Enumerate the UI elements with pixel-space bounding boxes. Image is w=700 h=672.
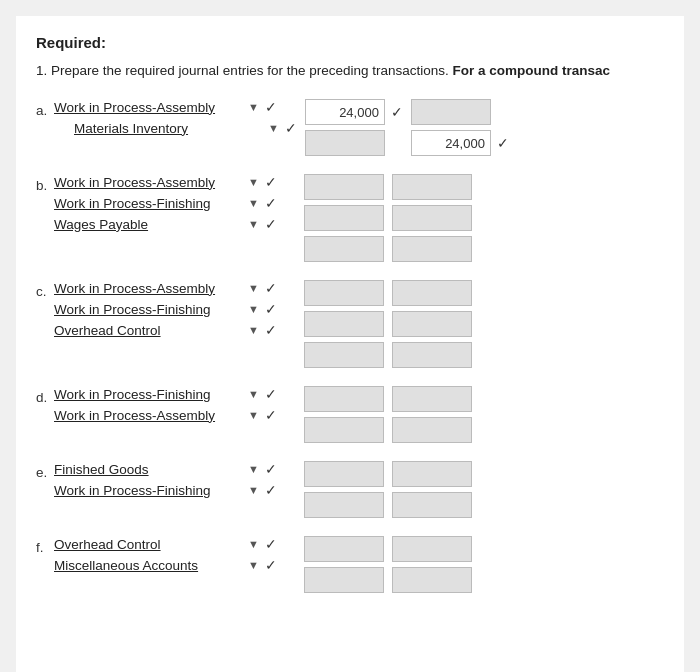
entry-b-debit-1[interactable] — [304, 174, 384, 200]
entry-b-columns — [304, 174, 472, 262]
entry-c-credit-2[interactable] — [392, 311, 472, 337]
entry-c-debit-1[interactable] — [304, 280, 384, 306]
entry-c-dropdown-3[interactable]: ▼ — [248, 324, 259, 336]
entry-f-accounts: Overhead Control ▼ ✓ Miscellaneous Accou… — [54, 536, 296, 573]
entry-a-debit-1[interactable] — [305, 99, 385, 125]
entry-b-account-1[interactable]: Work in Process-Assembly — [54, 175, 244, 190]
entry-e-dropdown-2[interactable]: ▼ — [248, 484, 259, 496]
entry-c-account-2[interactable]: Work in Process-Finishing — [54, 302, 244, 317]
entry-a-dropdown-2[interactable]: ▼ — [268, 122, 279, 134]
entry-e-dropdown-1[interactable]: ▼ — [248, 463, 259, 475]
entry-a-account-2[interactable]: Materials Inventory — [74, 121, 264, 136]
entry-a-left: a. Work in Process-Assembly ▼ ✓ Material… — [36, 99, 297, 136]
entry-a-credit-2[interactable] — [411, 130, 491, 156]
entry-e-debit-2[interactable] — [304, 492, 384, 518]
entry-b-account-2[interactable]: Work in Process-Finishing — [54, 196, 244, 211]
entry-c-credit-col — [392, 280, 472, 368]
entry-c-select-1[interactable]: Work in Process-Assembly ▼ — [54, 281, 259, 296]
entry-d-debit-1[interactable] — [304, 386, 384, 412]
entry-c-debit-3[interactable] — [304, 342, 384, 368]
entry-b-select-3[interactable]: Wages Payable ▼ — [54, 217, 259, 232]
entry-b-left: b. Work in Process-Assembly ▼ ✓ Work in … — [36, 174, 296, 232]
entry-e-select-1[interactable]: Finished Goods ▼ — [54, 462, 259, 477]
entry-b-credit-3[interactable] — [392, 236, 472, 262]
entry-b-credit-1[interactable] — [392, 174, 472, 200]
entry-b-debit-3[interactable] — [304, 236, 384, 262]
entry-d-debit-2[interactable] — [304, 417, 384, 443]
entry-c-check-2: ✓ — [265, 301, 277, 317]
entry-d-account-2[interactable]: Work in Process-Assembly — [54, 408, 244, 423]
entry-b-line-1: Work in Process-Assembly ▼ ✓ — [54, 174, 296, 190]
entry-a-credit-check: ✓ — [497, 135, 509, 151]
entry-d-select-2[interactable]: Work in Process-Assembly ▼ — [54, 408, 259, 423]
entry-a-credit-col: ✓ — [411, 99, 509, 156]
entry-c-account-1[interactable]: Work in Process-Assembly — [54, 281, 244, 296]
entry-a-row: a. Work in Process-Assembly ▼ ✓ Material… — [36, 99, 664, 156]
entry-e-debit-1[interactable] — [304, 461, 384, 487]
entry-f-dropdown-1[interactable]: ▼ — [248, 538, 259, 550]
entry-d-dropdown-2[interactable]: ▼ — [248, 409, 259, 421]
entry-a-credit-1[interactable] — [411, 99, 491, 125]
entry-a-debit-check: ✓ — [391, 104, 403, 120]
entry-d-select-1[interactable]: Work in Process-Finishing ▼ — [54, 387, 259, 402]
entry-b-debit-2[interactable] — [304, 205, 384, 231]
entry-a-select-2[interactable]: Materials Inventory ▼ — [74, 121, 279, 136]
entry-d-line-2: Work in Process-Assembly ▼ ✓ — [54, 407, 296, 423]
entry-f-debit-2[interactable] — [304, 567, 384, 593]
entry-c-select-2[interactable]: Work in Process-Finishing ▼ — [54, 302, 259, 317]
entry-f-account-1[interactable]: Overhead Control — [54, 537, 244, 552]
entry-a-dropdown-1[interactable]: ▼ — [248, 101, 259, 113]
entry-e-select-2[interactable]: Work in Process-Finishing ▼ — [54, 483, 259, 498]
entry-b-label: b. — [36, 174, 54, 193]
entry-c-dropdown-2[interactable]: ▼ — [248, 303, 259, 315]
entry-b-dropdown-1[interactable]: ▼ — [248, 176, 259, 188]
entry-c-credit-1[interactable] — [392, 280, 472, 306]
entry-f-credit-1[interactable] — [392, 536, 472, 562]
entry-b-accounts: Work in Process-Assembly ▼ ✓ Work in Pro… — [54, 174, 296, 232]
entry-d-credit-1[interactable] — [392, 386, 472, 412]
entry-b-dropdown-2[interactable]: ▼ — [248, 197, 259, 209]
entry-c-debit-2[interactable] — [304, 311, 384, 337]
entry-b-check-1: ✓ — [265, 174, 277, 190]
entry-e-account-1[interactable]: Finished Goods — [54, 462, 244, 477]
entry-c-check-1: ✓ — [265, 280, 277, 296]
entry-b-credit-2[interactable] — [392, 205, 472, 231]
entry-c-dropdown-1[interactable]: ▼ — [248, 282, 259, 294]
entry-c-credit-3[interactable] — [392, 342, 472, 368]
entry-b-select-1[interactable]: Work in Process-Assembly ▼ — [54, 175, 259, 190]
entry-a-select-1[interactable]: Work in Process-Assembly ▼ — [54, 100, 259, 115]
entry-f-check-1: ✓ — [265, 536, 277, 552]
entry-d-account-1[interactable]: Work in Process-Finishing — [54, 387, 244, 402]
entry-d-dropdown-1[interactable]: ▼ — [248, 388, 259, 400]
entry-a-debit-2[interactable] — [305, 130, 385, 156]
entry-e-left: e. Finished Goods ▼ ✓ Work in Process-Fi… — [36, 461, 296, 498]
entry-e-check-2: ✓ — [265, 482, 277, 498]
entry-f-debit-1[interactable] — [304, 536, 384, 562]
entry-f-select-1[interactable]: Overhead Control ▼ — [54, 537, 259, 552]
entry-f-account-2[interactable]: Miscellaneous Accounts — [54, 558, 244, 573]
entry-d-left: d. Work in Process-Finishing ▼ ✓ Work in… — [36, 386, 296, 423]
entry-c-row: c. Work in Process-Assembly ▼ ✓ Work in … — [36, 280, 664, 368]
required-label: Required: — [36, 34, 664, 51]
entry-b-account-3[interactable]: Wages Payable — [54, 217, 244, 232]
entry-a-check-2: ✓ — [285, 120, 297, 136]
entry-e-account-2[interactable]: Work in Process-Finishing — [54, 483, 244, 498]
entry-b-line-2: Work in Process-Finishing ▼ ✓ — [54, 195, 296, 211]
entry-e-credit-1[interactable] — [392, 461, 472, 487]
instruction: 1. Prepare the required journal entries … — [36, 61, 664, 81]
entry-f-dropdown-2[interactable]: ▼ — [248, 559, 259, 571]
entry-b-dropdown-3[interactable]: ▼ — [248, 218, 259, 230]
entry-f-left: f. Overhead Control ▼ ✓ Miscellaneous Ac… — [36, 536, 296, 573]
entry-e-label: e. — [36, 461, 54, 480]
entry-b-check-2: ✓ — [265, 195, 277, 211]
entry-e-debit-col — [304, 461, 384, 518]
entry-e-credit-2[interactable] — [392, 492, 472, 518]
entry-f-credit-2[interactable] — [392, 567, 472, 593]
entry-c-select-3[interactable]: Overhead Control ▼ — [54, 323, 259, 338]
entry-d-credit-2[interactable] — [392, 417, 472, 443]
entry-b-select-2[interactable]: Work in Process-Finishing ▼ — [54, 196, 259, 211]
entry-c-account-3[interactable]: Overhead Control — [54, 323, 244, 338]
entry-c-left: c. Work in Process-Assembly ▼ ✓ Work in … — [36, 280, 296, 338]
entry-a-account-1[interactable]: Work in Process-Assembly — [54, 100, 244, 115]
entry-f-select-2[interactable]: Miscellaneous Accounts ▼ — [54, 558, 259, 573]
